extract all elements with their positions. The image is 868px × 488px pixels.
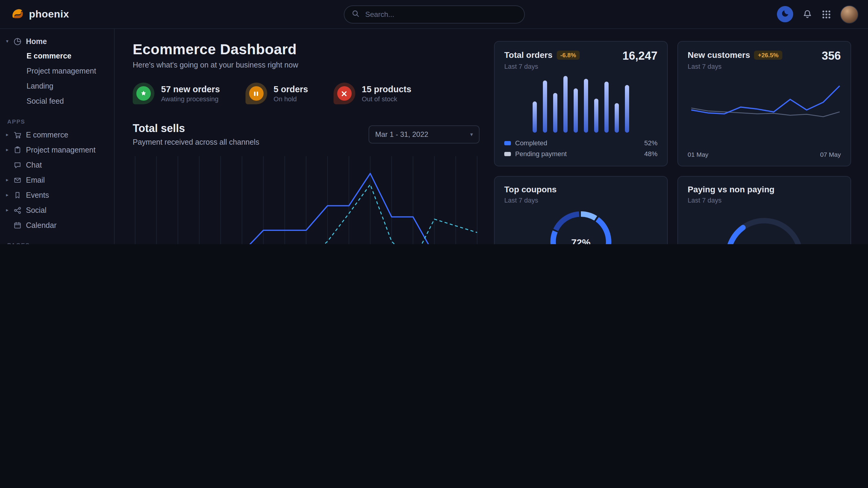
sidebar-item-label: Chat <box>26 161 42 169</box>
sidebar-item-calendar[interactable]: Calendar <box>0 218 114 233</box>
legend-item: Pending payment 48% <box>504 148 657 159</box>
star-icon <box>136 86 151 101</box>
caret-right-icon: ▸ <box>6 192 13 198</box>
date-range-value: Mar 1 - 31, 2022 <box>375 130 428 139</box>
stat-value: 15 products <box>362 85 411 94</box>
page-subtitle: Here's what's going on at your business … <box>133 61 479 69</box>
stat-value: 57 new orders <box>161 85 220 94</box>
sidebar-item-label: Home <box>26 37 47 45</box>
total-orders-legend: Completed 52% Pending payment 48% <box>504 137 657 159</box>
dashboard-top: Ecommerce Dashboard Here's what's going … <box>133 41 851 244</box>
card-title: Total orders <box>504 50 553 60</box>
calendar-icon <box>13 221 26 229</box>
stat-blob <box>245 83 267 104</box>
sidebar-item-label: Calendar <box>26 221 56 229</box>
share-icon <box>13 206 26 214</box>
card-paying-vs-nonpaying: Paying vs non paying Last 7 days Paying … <box>677 176 851 244</box>
bookmark-icon <box>13 191 26 199</box>
stat-desc: Awating processing <box>161 95 220 102</box>
sidebar-item-events[interactable]: ▸ Events <box>0 188 114 202</box>
new-customers-xlabels: 01 May 07 May <box>688 151 841 158</box>
search-input[interactable] <box>364 9 517 19</box>
sidebar-item-social[interactable]: ▸ Social <box>0 202 114 218</box>
total-sells-chart <box>133 155 479 244</box>
x-tick: 01 May <box>688 151 709 158</box>
kpi-cards: Total orders-6.8% Last 7 days 16,247 Com… <box>494 41 851 244</box>
dark-mode-toggle[interactable] <box>777 6 793 22</box>
stat-value: 5 orders <box>274 85 308 94</box>
navbar-actions <box>777 5 858 23</box>
x-icon <box>337 86 352 101</box>
trend-badge: -6.8% <box>557 51 580 60</box>
sidebar-item-project-management[interactable]: ▸ Project management <box>0 142 114 157</box>
total-sells-title: Total sells <box>133 122 259 135</box>
card-period: Last 7 days <box>688 63 782 70</box>
card-title: Paying vs non paying <box>688 185 841 194</box>
legend-swatch <box>504 141 511 145</box>
search-icon <box>351 9 359 20</box>
card-period: Last 7 days <box>504 197 657 204</box>
stat-blob <box>334 83 355 104</box>
caret-down-icon: ▾ <box>6 39 13 44</box>
sidebar-item-label: E commerce <box>26 131 68 139</box>
sidebar-item-email[interactable]: ▸ Email <box>0 172 114 188</box>
dashboard-left: Ecommerce Dashboard Here's what's going … <box>133 41 479 244</box>
brand-name: phoenix <box>29 8 69 20</box>
card-value: 16,247 <box>622 50 657 63</box>
sidebar-item-landing[interactable]: Landing <box>0 79 114 94</box>
card-period: Last 7 days <box>688 197 841 204</box>
coupons-donut-wrap: 72% <box>545 206 617 244</box>
legend-label: Completed <box>515 139 547 147</box>
total-sells-chart-wrap: 01 May 15 May 30 May <box>133 155 479 244</box>
sidebar-nav: ▾ HomeE commerceProject managementLandin… <box>0 34 114 244</box>
clipboard-icon <box>13 145 26 154</box>
sidebar-item-label: Email <box>26 176 45 184</box>
sidebar-item-e-commerce[interactable]: E commerce <box>0 49 114 64</box>
sidebar-item-social-feed[interactable]: Social feed <box>0 94 114 109</box>
stat-desc: On hold <box>274 95 308 102</box>
caret-right-icon: ▸ <box>6 147 13 153</box>
legend-value: 52% <box>644 139 657 147</box>
legend-item: Completed 52% <box>504 137 657 148</box>
global-search[interactable] <box>343 5 525 23</box>
stat-item: 57 new orders Awating processing <box>133 83 220 104</box>
card-new-customers: New customers+26.5% Last 7 days 356 01 M… <box>677 41 851 166</box>
caret-right-icon: ▸ <box>6 132 13 137</box>
caret-right-icon: ▸ <box>6 177 13 183</box>
sidebar-section-label: APPS <box>7 118 114 125</box>
envelope-icon <box>13 176 26 184</box>
app: phoenix ▾ HomeE commerceProject <box>0 0 868 244</box>
stat-blob <box>133 83 154 104</box>
card-period: Last 7 days <box>504 63 580 70</box>
page-title: Ecommerce Dashboard <box>133 41 479 58</box>
main-content: Ecommerce Dashboard Here's what's going … <box>115 29 868 244</box>
total-sells-subtitle: Payment received across all channels <box>133 138 259 147</box>
stat-item: 15 products Out of stock <box>334 83 411 104</box>
card-value: 356 <box>822 50 841 63</box>
sidebar-item-e-commerce[interactable]: ▸ E commerce <box>0 127 114 142</box>
apps-grid-icon[interactable] <box>822 9 831 19</box>
legend-label: Pending payment <box>515 150 567 157</box>
brand[interactable]: phoenix <box>10 5 115 23</box>
sidebar-item-home[interactable]: ▾ Home <box>0 34 114 49</box>
notifications-bell-icon[interactable] <box>802 9 812 19</box>
sidebar-item-chat[interactable]: Chat <box>0 157 114 172</box>
chevron-down-icon: ▾ <box>470 131 473 137</box>
sidebar: ▾ HomeE commerceProject managementLandin… <box>0 29 115 244</box>
caret-right-icon: ▸ <box>6 207 13 213</box>
legend-value: 48% <box>644 150 657 157</box>
sidebar-item-label: Project management <box>26 145 96 154</box>
user-avatar[interactable] <box>840 5 858 23</box>
pause-icon <box>249 86 263 101</box>
card-title: New customers <box>688 50 750 60</box>
new-customers-chart <box>688 76 841 134</box>
sidebar-item-project-management[interactable]: Project management <box>0 64 114 79</box>
date-range-select[interactable]: Mar 1 - 31, 2022 ▾ <box>369 125 479 143</box>
sidebar-item-label: Events <box>26 191 49 199</box>
donut-center-label: 72% <box>545 206 617 244</box>
card-top-coupons: Top coupons Last 7 days 72% Percentage d… <box>494 176 668 244</box>
stat-item: 5 orders On hold <box>245 83 308 104</box>
sidebar-item-label: Social <box>26 206 46 214</box>
phoenix-logo-icon <box>10 5 25 23</box>
trend-badge: +26.5% <box>754 51 782 60</box>
